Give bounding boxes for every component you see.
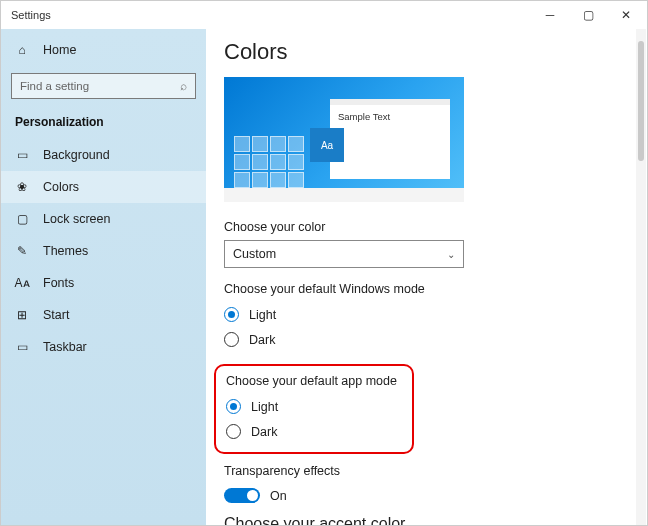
toggle-state: On <box>270 489 287 503</box>
sidebar-item-fonts[interactable]: Aᴀ Fonts <box>1 267 206 299</box>
page-title: Colors <box>224 39 629 65</box>
sidebar-item-start[interactable]: ⊞ Start <box>1 299 206 331</box>
choose-color-value: Custom <box>233 247 276 261</box>
sidebar-item-themes[interactable]: ✎ Themes <box>1 235 206 267</box>
app-mode-light[interactable]: Light <box>226 394 402 419</box>
preview-tiles <box>234 136 304 188</box>
toggle-switch-icon <box>224 488 260 503</box>
windows-mode-dark[interactable]: Dark <box>224 327 629 352</box>
sidebar-item-label: Fonts <box>43 276 74 290</box>
minimize-button[interactable]: ─ <box>531 1 569 29</box>
sidebar-item-label: Lock screen <box>43 212 110 226</box>
color-preview: Sample Text Aa <box>224 77 464 202</box>
window-controls: ─ ▢ ✕ <box>531 1 645 29</box>
sidebar-item-taskbar[interactable]: ▭ Taskbar <box>1 331 206 363</box>
app-mode-dark[interactable]: Dark <box>226 419 402 444</box>
background-icon: ▭ <box>15 148 29 162</box>
window-title: Settings <box>11 9 51 21</box>
sidebar-item-label: Colors <box>43 180 79 194</box>
windows-mode-light[interactable]: Light <box>224 302 629 327</box>
scrollbar-thumb[interactable] <box>638 41 644 161</box>
preview-sample-text: Sample Text <box>330 105 450 128</box>
radio-label: Dark <box>251 425 277 439</box>
radio-icon <box>226 424 241 439</box>
radio-icon <box>224 332 239 347</box>
maximize-button[interactable]: ▢ <box>569 1 607 29</box>
transparency-toggle[interactable]: On <box>224 484 629 509</box>
titlebar: Settings ─ ▢ ✕ <box>1 1 647 29</box>
windows-mode-label: Choose your default Windows mode <box>224 282 629 296</box>
radio-icon <box>226 399 241 414</box>
close-button[interactable]: ✕ <box>607 1 645 29</box>
fonts-icon: Aᴀ <box>15 276 29 290</box>
app-mode-label: Choose your default app mode <box>226 374 402 388</box>
search-placeholder: Find a setting <box>20 80 89 92</box>
app-mode-highlight: Choose your default app mode Light Dark <box>214 364 414 454</box>
sidebar: ⌂ Home Find a setting ⌕ Personalization … <box>1 29 206 525</box>
colors-icon: ❀ <box>15 180 29 194</box>
sidebar-item-colors[interactable]: ❀ Colors <box>1 171 206 203</box>
choose-color-label: Choose your color <box>224 220 629 234</box>
start-icon: ⊞ <box>15 308 29 322</box>
preview-taskbar <box>224 188 464 202</box>
sidebar-item-label: Start <box>43 308 69 322</box>
radio-label: Dark <box>249 333 275 347</box>
radio-icon <box>224 307 239 322</box>
transparency-label: Transparency effects <box>224 464 629 478</box>
home-button[interactable]: ⌂ Home <box>1 35 206 65</box>
taskbar-icon: ▭ <box>15 340 29 354</box>
search-icon: ⌕ <box>180 80 187 92</box>
sidebar-item-label: Taskbar <box>43 340 87 354</box>
windows-mode-group: Choose your default Windows mode Light D… <box>224 282 629 352</box>
scrollbar[interactable] <box>636 29 646 525</box>
sidebar-item-lockscreen[interactable]: ▢ Lock screen <box>1 203 206 235</box>
home-label: Home <box>43 43 76 57</box>
sidebar-item-label: Themes <box>43 244 88 258</box>
chevron-down-icon: ⌄ <box>447 249 455 260</box>
preview-window: Sample Text <box>330 99 450 179</box>
accent-color-title: Choose your accent color <box>224 515 629 525</box>
choose-color-dropdown[interactable]: Custom ⌄ <box>224 240 464 268</box>
category-title: Personalization <box>1 111 206 139</box>
sidebar-item-label: Background <box>43 148 110 162</box>
sidebar-item-background[interactable]: ▭ Background <box>1 139 206 171</box>
themes-icon: ✎ <box>15 244 29 258</box>
lockscreen-icon: ▢ <box>15 212 29 226</box>
radio-label: Light <box>249 308 276 322</box>
radio-label: Light <box>251 400 278 414</box>
content-pane: Colors Sample Text Aa Choose your color … <box>206 29 647 525</box>
preview-tile-aa: Aa <box>310 128 344 162</box>
search-input[interactable]: Find a setting ⌕ <box>11 73 196 99</box>
home-icon: ⌂ <box>15 43 29 57</box>
